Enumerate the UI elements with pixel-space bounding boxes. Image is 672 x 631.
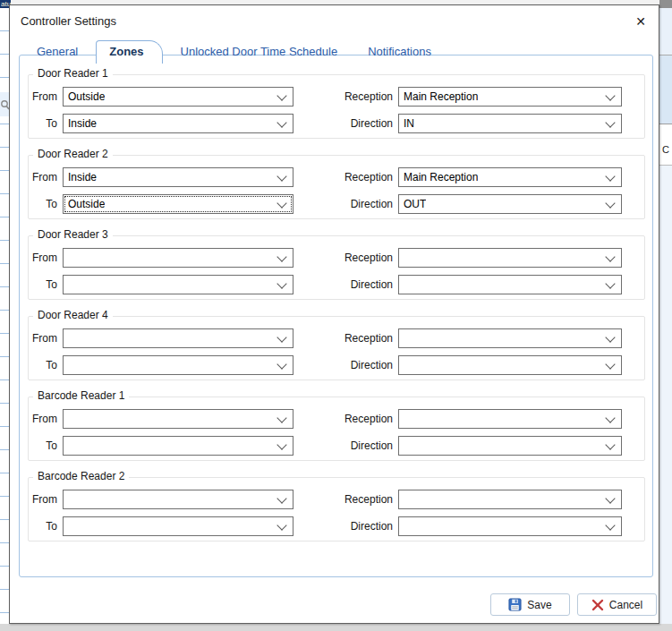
direction-combobox[interactable] <box>398 355 622 375</box>
reception-combobox[interactable] <box>398 248 622 268</box>
to-combobox-focused[interactable]: Outside <box>63 194 293 214</box>
reception-label: Reception <box>345 409 393 429</box>
from-combobox[interactable] <box>63 490 293 509</box>
controller-settings-dialog: Controller Settings ✕ General Zones Unlo… <box>9 4 659 624</box>
to-label: To <box>46 516 57 536</box>
to-combobox[interactable] <box>63 355 293 375</box>
chevron-down-icon <box>607 336 615 344</box>
from-combobox[interactable]: Outside <box>63 87 293 107</box>
red-x-icon <box>591 599 604 611</box>
reception-combobox[interactable]: Main Reception <box>398 167 622 187</box>
reception-combobox[interactable] <box>398 328 622 348</box>
cancel-button-label: Cancel <box>609 599 642 611</box>
tab-general[interactable]: General <box>24 41 90 63</box>
direction-label: Direction <box>351 436 393 456</box>
group-door-reader-4: Door Reader 4 From To Reception <box>28 316 645 380</box>
from-combobox[interactable] <box>63 248 293 268</box>
to-combobox[interactable] <box>63 516 293 536</box>
reception-label: Reception <box>345 328 393 348</box>
chevron-down-icon <box>607 94 615 102</box>
chevron-down-icon <box>278 282 286 290</box>
to-label: To <box>46 436 57 456</box>
tab-notifications[interactable]: Notifications <box>355 41 444 63</box>
group-door-reader-3: Door Reader 3 From To Reception <box>28 235 645 300</box>
chevron-down-icon <box>278 443 286 451</box>
save-button-label: Save <box>527 599 551 611</box>
from-label: From <box>32 248 57 268</box>
group-title: Barcode Reader 2 <box>33 470 129 482</box>
close-icon[interactable]: ✕ <box>632 13 650 30</box>
to-combobox[interactable]: Inside <box>63 114 293 133</box>
from-combobox[interactable] <box>63 409 293 429</box>
chevron-down-icon <box>278 121 286 129</box>
background-right-panel-a <box>659 8 672 55</box>
background-window-right: C <box>659 0 672 631</box>
chevron-down-icon <box>278 497 286 505</box>
cancel-button[interactable]: Cancel <box>577 593 657 616</box>
direction-combobox[interactable] <box>398 516 622 536</box>
to-label: To <box>46 114 57 133</box>
from-combobox[interactable] <box>63 328 293 348</box>
chevron-down-icon <box>278 201 286 209</box>
dialog-title: Controller Settings <box>21 14 116 28</box>
chevron-down-icon <box>607 282 615 290</box>
chevron-down-icon <box>607 443 615 451</box>
chevron-down-icon <box>607 175 615 183</box>
direction-label: Direction <box>351 114 393 133</box>
chevron-down-icon <box>278 336 286 344</box>
background-right-titlebar-fragment <box>659 0 672 8</box>
reception-label: Reception <box>345 248 393 268</box>
chevron-down-icon <box>278 255 286 263</box>
floppy-disk-icon <box>508 598 522 611</box>
direction-combobox[interactable]: IN <box>398 114 622 133</box>
chevron-down-icon <box>278 416 286 424</box>
direction-combobox[interactable] <box>398 436 622 456</box>
tab-bar: General Zones Unlocked Door Time Schedul… <box>24 40 449 63</box>
background-right-header-fragment: C <box>659 124 672 166</box>
from-label: From <box>32 490 57 509</box>
group-title: Door Reader 4 <box>33 309 113 321</box>
save-button[interactable]: Save <box>490 593 570 616</box>
chevron-down-icon <box>607 416 615 424</box>
group-barcode-reader-2: Barcode Reader 2 From To Reception <box>28 477 645 541</box>
chevron-down-icon <box>607 524 615 532</box>
chevron-down-icon <box>607 362 615 371</box>
reception-combobox[interactable] <box>398 490 622 509</box>
zones-tab-panel: Door Reader 1 From Outside To Inside Rec… <box>19 55 653 577</box>
group-title: Barcode Reader 1 <box>33 389 129 402</box>
direction-label: Direction <box>351 516 393 536</box>
chevron-down-icon <box>607 121 615 129</box>
direction-label: Direction <box>351 275 393 294</box>
group-title: Door Reader 3 <box>33 228 113 241</box>
group-barcode-reader-1: Barcode Reader 1 From To Reception <box>28 397 645 461</box>
from-combobox[interactable]: Inside <box>63 167 293 187</box>
chevron-down-icon <box>607 497 615 505</box>
direction-combobox[interactable] <box>398 275 622 294</box>
chevron-down-icon <box>278 175 286 183</box>
group-title: Door Reader 1 <box>33 67 113 80</box>
to-label: To <box>46 275 57 294</box>
background-right-panel-b <box>659 55 672 124</box>
reception-combobox[interactable] <box>398 409 622 429</box>
to-combobox[interactable] <box>63 275 293 294</box>
to-label: To <box>46 355 57 375</box>
chevron-down-icon <box>278 362 286 371</box>
tab-zones[interactable]: Zones <box>96 40 162 64</box>
from-label: From <box>32 87 57 107</box>
tab-unlocked-door-time-schedule[interactable]: Unlocked Door Time Schedule <box>168 41 351 63</box>
direction-label: Direction <box>351 194 393 214</box>
from-label: From <box>32 167 57 187</box>
background-desktop-strip <box>0 624 672 631</box>
chevron-down-icon <box>278 524 286 532</box>
to-combobox[interactable] <box>63 436 293 456</box>
reception-label: Reception <box>345 167 393 187</box>
chevron-down-icon <box>607 255 615 263</box>
direction-label: Direction <box>351 355 393 375</box>
to-label: To <box>46 194 57 214</box>
reception-label: Reception <box>345 490 393 509</box>
chevron-down-icon <box>278 94 286 102</box>
from-label: From <box>32 328 57 348</box>
direction-combobox[interactable]: OUT <box>398 194 622 214</box>
reception-combobox[interactable]: Main Reception <box>398 87 622 107</box>
from-label: From <box>32 409 57 429</box>
